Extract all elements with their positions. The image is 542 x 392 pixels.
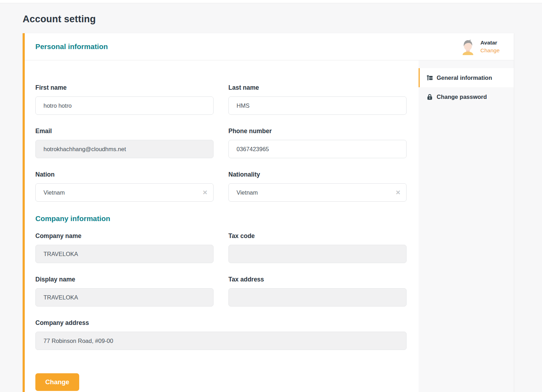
- avatar-label: Avatar: [480, 40, 500, 46]
- tax-address-input: [228, 288, 407, 307]
- field-nationality: Nationality ✕: [228, 171, 407, 202]
- tax-address-label: Tax address: [228, 276, 407, 283]
- clear-icon[interactable]: ✕: [203, 190, 208, 196]
- field-display-name: Display name: [35, 276, 214, 307]
- field-company-address: Company address: [35, 319, 407, 350]
- company-name-input: [35, 245, 214, 263]
- sidebar-item-change-password[interactable]: Change password: [419, 87, 514, 106]
- tax-code-input: [228, 245, 407, 263]
- page-title: Account setting: [23, 13, 542, 25]
- email-label: Email: [35, 127, 214, 135]
- avatar-labels: Avatar Change: [480, 40, 500, 54]
- change-button[interactable]: Change: [35, 373, 79, 391]
- tree-icon: [426, 75, 433, 81]
- lock-icon: [426, 94, 433, 100]
- company-information-title: Company information: [35, 214, 407, 223]
- avatar: [461, 38, 475, 55]
- field-tax-address: Tax address: [228, 276, 407, 307]
- nation-input[interactable]: [35, 183, 214, 202]
- tax-code-label: Tax code: [228, 232, 407, 240]
- company-fields-grid: Company name Tax code Display name: [35, 232, 407, 363]
- field-first-name: First name: [35, 84, 214, 115]
- account-settings-card: Personal information Avatar Change: [23, 33, 514, 392]
- last-name-input[interactable]: [228, 96, 407, 115]
- personal-fields-grid: First name Last name Email: [35, 84, 407, 214]
- nationality-label: Nationality: [228, 171, 407, 178]
- field-last-name: Last name: [228, 84, 407, 115]
- settings-sidebar: General information Change password: [419, 60, 514, 392]
- sidebar-item-label: Change password: [437, 94, 487, 100]
- display-name-input: [35, 288, 214, 307]
- personal-information-title: Personal information: [35, 42, 108, 51]
- avatar-block: Avatar Change: [461, 38, 500, 55]
- card-header: Personal information Avatar Change: [25, 33, 514, 60]
- first-name-label: First name: [35, 84, 214, 91]
- last-name-label: Last name: [228, 84, 407, 91]
- field-nation: Nation ✕: [35, 171, 214, 202]
- form-area: First name Last name Email: [25, 60, 419, 392]
- avatar-change-link[interactable]: Change: [480, 47, 500, 54]
- card-body: First name Last name Email: [25, 60, 514, 392]
- company-name-label: Company name: [35, 232, 214, 240]
- field-email: Email: [35, 127, 214, 158]
- sidebar-item-general-information[interactable]: General information: [419, 68, 514, 87]
- field-phone-number: Phone number: [228, 127, 407, 158]
- field-tax-code: Tax code: [228, 232, 407, 263]
- field-company-name: Company name: [35, 232, 214, 263]
- email-input: [35, 140, 214, 158]
- nationality-input[interactable]: [228, 183, 407, 202]
- first-name-input[interactable]: [35, 96, 214, 115]
- nation-label: Nation: [35, 171, 214, 178]
- phone-number-label: Phone number: [228, 127, 407, 135]
- phone-number-input[interactable]: [228, 140, 407, 158]
- topbar-edge: [0, 0, 542, 3]
- sidebar-item-label: General information: [437, 75, 492, 81]
- company-address-input: [35, 332, 407, 350]
- company-address-label: Company address: [35, 319, 407, 327]
- display-name-label: Display name: [35, 276, 214, 283]
- clear-icon[interactable]: ✕: [396, 190, 401, 196]
